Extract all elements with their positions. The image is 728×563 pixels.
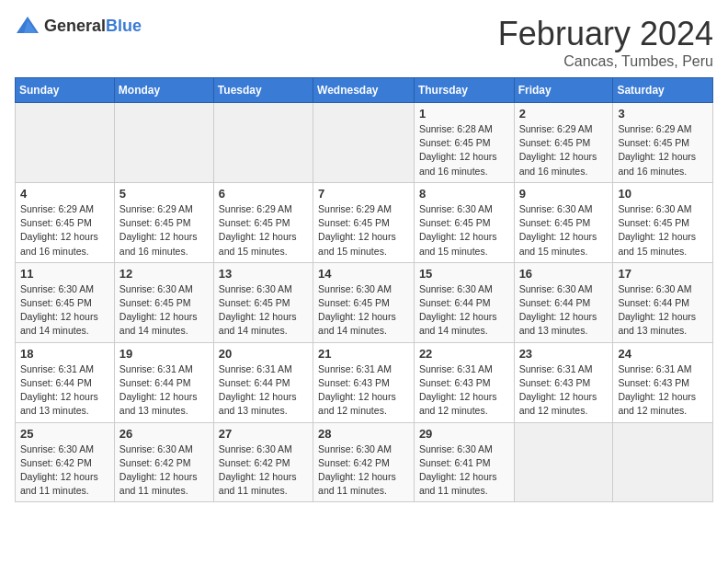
day-info: Sunrise: 6:30 AMSunset: 6:42 PMDaylight:… <box>20 442 109 499</box>
day-info: Sunrise: 6:30 AMSunset: 6:45 PMDaylight:… <box>519 202 609 259</box>
day-number: 15 <box>419 267 509 281</box>
day-number: 25 <box>20 427 109 441</box>
weekday-header-row: SundayMondayTuesdayWednesdayThursdayFrid… <box>16 78 713 103</box>
calendar-cell: 17Sunrise: 6:30 AMSunset: 6:44 PMDayligh… <box>613 262 713 342</box>
weekday-header-monday: Monday <box>114 78 213 103</box>
day-info: Sunrise: 6:31 AMSunset: 6:43 PMDaylight:… <box>419 362 509 419</box>
calendar-cell: 8Sunrise: 6:30 AMSunset: 6:45 PMDaylight… <box>414 182 514 262</box>
calendar-cell: 21Sunrise: 6:31 AMSunset: 6:43 PMDayligh… <box>313 342 415 422</box>
day-info: Sunrise: 6:30 AMSunset: 6:42 PMDaylight:… <box>119 442 209 499</box>
calendar-week-3: 11Sunrise: 6:30 AMSunset: 6:45 PMDayligh… <box>16 262 713 342</box>
calendar-cell: 3Sunrise: 6:29 AMSunset: 6:45 PMDaylight… <box>613 103 713 183</box>
day-info: Sunrise: 6:30 AMSunset: 6:44 PMDaylight:… <box>618 282 708 339</box>
location-subtitle: Cancas, Tumbes, Peru <box>498 53 713 70</box>
day-number: 27 <box>219 427 308 441</box>
page-header: GeneralBlue February 2024 Cancas, Tumbes… <box>15 15 713 70</box>
calendar-cell: 11Sunrise: 6:30 AMSunset: 6:45 PMDayligh… <box>16 262 115 342</box>
day-number: 8 <box>419 187 509 201</box>
day-number: 2 <box>519 107 609 121</box>
calendar-cell: 26Sunrise: 6:30 AMSunset: 6:42 PMDayligh… <box>114 422 213 502</box>
calendar-cell: 12Sunrise: 6:30 AMSunset: 6:45 PMDayligh… <box>114 262 213 342</box>
logo-icon <box>15 15 40 37</box>
calendar-week-5: 25Sunrise: 6:30 AMSunset: 6:42 PMDayligh… <box>16 422 713 502</box>
day-info: Sunrise: 6:29 AMSunset: 6:45 PMDaylight:… <box>219 202 308 259</box>
weekday-header-thursday: Thursday <box>414 78 514 103</box>
calendar-cell <box>213 103 313 183</box>
day-number: 17 <box>618 267 708 281</box>
calendar-cell <box>16 103 115 183</box>
day-number: 16 <box>519 267 609 281</box>
calendar-header: SundayMondayTuesdayWednesdayThursdayFrid… <box>16 78 713 103</box>
calendar-cell: 16Sunrise: 6:30 AMSunset: 6:44 PMDayligh… <box>514 262 613 342</box>
calendar-cell: 6Sunrise: 6:29 AMSunset: 6:45 PMDaylight… <box>213 182 313 262</box>
day-number: 21 <box>318 347 409 361</box>
weekday-header-friday: Friday <box>514 78 613 103</box>
day-number: 19 <box>119 347 209 361</box>
day-number: 7 <box>318 187 409 201</box>
day-info: Sunrise: 6:30 AMSunset: 6:45 PMDaylight:… <box>119 282 209 339</box>
day-info: Sunrise: 6:30 AMSunset: 6:44 PMDaylight:… <box>519 282 609 339</box>
day-info: Sunrise: 6:31 AMSunset: 6:44 PMDaylight:… <box>20 362 109 419</box>
calendar-cell <box>114 103 213 183</box>
day-number: 24 <box>618 347 708 361</box>
day-info: Sunrise: 6:29 AMSunset: 6:45 PMDaylight:… <box>318 202 409 259</box>
calendar-cell: 2Sunrise: 6:29 AMSunset: 6:45 PMDaylight… <box>514 103 613 183</box>
title-block: February 2024 Cancas, Tumbes, Peru <box>498 15 713 70</box>
calendar-cell: 19Sunrise: 6:31 AMSunset: 6:44 PMDayligh… <box>114 342 213 422</box>
day-number: 1 <box>419 107 509 121</box>
day-info: Sunrise: 6:28 AMSunset: 6:45 PMDaylight:… <box>419 122 509 178</box>
calendar-cell: 1Sunrise: 6:28 AMSunset: 6:45 PMDaylight… <box>414 103 514 183</box>
calendar-cell: 10Sunrise: 6:30 AMSunset: 6:45 PMDayligh… <box>613 182 713 262</box>
calendar-week-4: 18Sunrise: 6:31 AMSunset: 6:44 PMDayligh… <box>16 342 713 422</box>
month-title: February 2024 <box>498 15 713 53</box>
calendar-cell: 23Sunrise: 6:31 AMSunset: 6:43 PMDayligh… <box>514 342 613 422</box>
day-number: 20 <box>219 347 308 361</box>
day-info: Sunrise: 6:30 AMSunset: 6:45 PMDaylight:… <box>20 282 109 339</box>
logo-blue: Blue <box>106 17 142 35</box>
day-number: 5 <box>119 187 209 201</box>
day-number: 3 <box>618 107 708 121</box>
calendar-cell: 24Sunrise: 6:31 AMSunset: 6:43 PMDayligh… <box>613 342 713 422</box>
calendar-cell: 28Sunrise: 6:30 AMSunset: 6:42 PMDayligh… <box>313 422 415 502</box>
calendar-cell: 9Sunrise: 6:30 AMSunset: 6:45 PMDaylight… <box>514 182 613 262</box>
day-number: 29 <box>419 427 509 441</box>
logo-general: General <box>44 17 106 35</box>
day-number: 26 <box>119 427 209 441</box>
day-info: Sunrise: 6:30 AMSunset: 6:45 PMDaylight:… <box>419 202 509 259</box>
calendar-table: SundayMondayTuesdayWednesdayThursdayFrid… <box>15 77 713 502</box>
day-number: 23 <box>519 347 609 361</box>
day-info: Sunrise: 6:31 AMSunset: 6:43 PMDaylight:… <box>519 362 609 419</box>
calendar-cell: 20Sunrise: 6:31 AMSunset: 6:44 PMDayligh… <box>213 342 313 422</box>
weekday-header-wednesday: Wednesday <box>313 78 415 103</box>
calendar-cell: 14Sunrise: 6:30 AMSunset: 6:45 PMDayligh… <box>313 262 415 342</box>
calendar-cell: 29Sunrise: 6:30 AMSunset: 6:41 PMDayligh… <box>414 422 514 502</box>
calendar-cell: 13Sunrise: 6:30 AMSunset: 6:45 PMDayligh… <box>213 262 313 342</box>
calendar-cell: 18Sunrise: 6:31 AMSunset: 6:44 PMDayligh… <box>16 342 115 422</box>
calendar-week-1: 1Sunrise: 6:28 AMSunset: 6:45 PMDaylight… <box>16 103 713 183</box>
day-info: Sunrise: 6:30 AMSunset: 6:41 PMDaylight:… <box>419 442 509 499</box>
logo: GeneralBlue <box>15 15 142 37</box>
day-info: Sunrise: 6:29 AMSunset: 6:45 PMDaylight:… <box>618 122 708 178</box>
calendar-cell <box>514 422 613 502</box>
day-info: Sunrise: 6:30 AMSunset: 6:42 PMDaylight:… <box>318 442 409 499</box>
calendar-cell: 4Sunrise: 6:29 AMSunset: 6:45 PMDaylight… <box>16 182 115 262</box>
day-number: 4 <box>20 187 109 201</box>
day-info: Sunrise: 6:31 AMSunset: 6:43 PMDaylight:… <box>318 362 409 419</box>
day-number: 6 <box>219 187 308 201</box>
calendar-cell: 15Sunrise: 6:30 AMSunset: 6:44 PMDayligh… <box>414 262 514 342</box>
weekday-header-sunday: Sunday <box>16 78 115 103</box>
day-info: Sunrise: 6:29 AMSunset: 6:45 PMDaylight:… <box>519 122 609 178</box>
day-number: 28 <box>318 427 409 441</box>
day-info: Sunrise: 6:29 AMSunset: 6:45 PMDaylight:… <box>20 202 109 259</box>
day-info: Sunrise: 6:30 AMSunset: 6:44 PMDaylight:… <box>419 282 509 339</box>
day-info: Sunrise: 6:30 AMSunset: 6:45 PMDaylight:… <box>318 282 409 339</box>
day-info: Sunrise: 6:29 AMSunset: 6:45 PMDaylight:… <box>119 202 209 259</box>
day-number: 14 <box>318 267 409 281</box>
day-number: 12 <box>119 267 209 281</box>
day-number: 13 <box>219 267 308 281</box>
day-info: Sunrise: 6:31 AMSunset: 6:44 PMDaylight:… <box>119 362 209 419</box>
logo-text: GeneralBlue <box>44 17 142 36</box>
calendar-cell: 5Sunrise: 6:29 AMSunset: 6:45 PMDaylight… <box>114 182 213 262</box>
day-info: Sunrise: 6:31 AMSunset: 6:44 PMDaylight:… <box>219 362 308 419</box>
calendar-cell: 7Sunrise: 6:29 AMSunset: 6:45 PMDaylight… <box>313 182 415 262</box>
